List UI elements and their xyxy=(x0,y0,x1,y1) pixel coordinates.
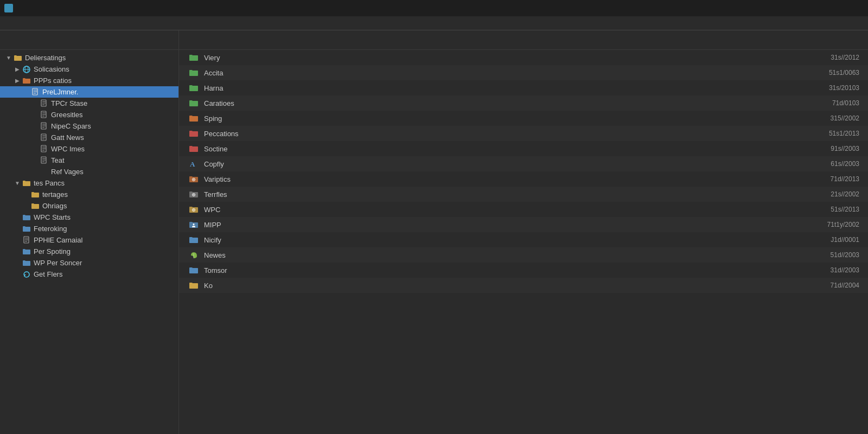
tree-item-label: tes Pancs xyxy=(34,179,65,187)
file-row[interactable]: Tomsor31d//2003 xyxy=(179,263,868,278)
sidebar-item[interactable]: ▼Deliersatings xyxy=(0,52,178,63)
sidebar-item[interactable]: PPHlE Carnaial xyxy=(0,234,178,246)
sidebar-content[interactable]: ▼Deliersatings▶Solicasions▶PPPs catiosPr… xyxy=(0,50,178,434)
file-icon xyxy=(188,235,200,245)
file-icon: A xyxy=(188,159,200,169)
file-row[interactable]: Newes51d//2003 xyxy=(179,247,868,263)
file-icon xyxy=(188,265,200,275)
file-name: Accita xyxy=(204,69,794,77)
file-name: Variptics xyxy=(204,175,794,183)
file-icon xyxy=(188,83,200,93)
file-name: Tomsor xyxy=(204,266,794,275)
menu-help[interactable] xyxy=(78,22,87,24)
tree-item-icon xyxy=(22,214,31,221)
sidebar-item[interactable]: Feteroking xyxy=(0,223,178,234)
tree-item-label: Feteroking xyxy=(34,225,67,233)
file-row[interactable]: WPC51s//2013 xyxy=(179,202,868,217)
maximize-button[interactable] xyxy=(830,3,846,14)
file-row[interactable]: Ko71d//2004 xyxy=(179,278,868,293)
sidebar-item[interactable]: WPC Imes xyxy=(0,143,178,155)
svg-point-39 xyxy=(193,194,194,195)
menu-caitromling[interactable] xyxy=(56,22,65,24)
file-name: Newes xyxy=(204,251,794,259)
tree-item-icon xyxy=(22,259,31,267)
close-button[interactable] xyxy=(847,3,864,14)
tree-item-label: Get Flers xyxy=(34,270,62,278)
file-row[interactable]: Harna31s/20103 xyxy=(179,80,868,95)
tree-item-icon xyxy=(39,100,49,107)
sidebar-item[interactable]: Ohriags xyxy=(0,200,178,212)
sidebar-item[interactable]: tertages xyxy=(0,189,178,200)
sidebar-item[interactable]: Gatt News xyxy=(0,132,178,143)
tree-item-label: PPHlE Carnaial xyxy=(34,236,82,244)
tree-item-label: WPC Imes xyxy=(51,145,85,153)
menu-typ[interactable] xyxy=(24,22,33,24)
file-row[interactable]: MIPP71t1y/2002 xyxy=(179,217,868,232)
tree-item-label: NipeC Spars xyxy=(51,122,91,130)
sidebar-item[interactable]: ▶PPPs catios xyxy=(0,75,178,86)
tree-item-label: Solicasions xyxy=(34,65,69,73)
tree-item-icon xyxy=(22,180,31,187)
sidebar-item[interactable]: ▶Solicasions xyxy=(0,63,178,75)
svg-point-42 xyxy=(193,224,195,225)
sidebar-item[interactable]: PreLJmner. xyxy=(0,86,178,98)
tree-item-icon xyxy=(22,66,31,73)
minimize-button[interactable] xyxy=(813,3,829,14)
file-row[interactable]: Variptics71d//2013 xyxy=(179,171,868,187)
tree-item-icon xyxy=(22,248,31,256)
file-date: 31s//2012 xyxy=(794,54,859,61)
sidebar-item[interactable]: ▼tes Pancs xyxy=(0,177,178,189)
menu-meg[interactable] xyxy=(67,22,76,24)
file-date: 91s//2003 xyxy=(794,145,859,152)
sidebar-item[interactable]: NipeC Spars xyxy=(0,120,178,132)
file-row[interactable]: ACopfly61s//2003 xyxy=(179,156,868,171)
file-row[interactable]: Accita51s1/0063 xyxy=(179,65,868,80)
file-name: Terrfles xyxy=(204,190,794,199)
sidebar-item[interactable]: Per Spoting xyxy=(0,246,178,257)
file-row[interactable]: Viery31s//2012 xyxy=(179,50,868,65)
title-bar xyxy=(0,0,868,16)
menu-sclcats[interactable] xyxy=(35,22,43,24)
sidebar-item[interactable]: Get Flers xyxy=(0,269,178,280)
file-date: 71d//2004 xyxy=(794,282,859,289)
file-icon xyxy=(188,144,200,154)
sidebar-item[interactable]: Teat xyxy=(0,155,178,166)
sidebar-item[interactable]: Greesitles xyxy=(0,109,178,120)
menu-ftxt[interactable] xyxy=(46,22,54,24)
file-row[interactable]: NicifyJ1d//0001 xyxy=(179,232,868,247)
file-icon xyxy=(188,250,200,260)
tree-item-label: PreLJmner. xyxy=(42,88,78,96)
file-row[interactable]: Caratioes71d/0103 xyxy=(179,95,868,111)
file-name: Ko xyxy=(204,282,794,290)
file-name: Copfly xyxy=(204,160,794,168)
sidebar-item[interactable]: Ref Vages xyxy=(0,166,178,177)
file-icon xyxy=(188,280,200,290)
file-name: Soctine xyxy=(204,145,794,153)
tree-item-icon xyxy=(39,145,49,153)
sidebar-item[interactable]: WP Per Soncer xyxy=(0,257,178,269)
tree-item-icon xyxy=(22,225,31,233)
menu-file[interactable] xyxy=(2,22,11,24)
file-row[interactable]: Peccations51s1/2013 xyxy=(179,126,868,141)
file-row[interactable]: Soctine91s//2003 xyxy=(179,141,868,156)
file-row[interactable]: Sping315//2002 xyxy=(179,111,868,126)
file-date: 71t1y/2002 xyxy=(794,221,859,228)
tree-item-label: PPPs catios xyxy=(34,76,72,85)
sidebar-item[interactable]: TPCr Stase xyxy=(0,98,178,109)
tree-item-label: Ref Vages xyxy=(51,168,84,176)
window-controls xyxy=(813,3,864,14)
tree-item-icon xyxy=(39,123,49,130)
tree-arrow: ▼ xyxy=(4,55,13,61)
tree-item-label: Per Spoting xyxy=(34,247,71,256)
tree-item-label: Deliersatings xyxy=(25,54,66,62)
file-row[interactable]: Terrfles21s//2002 xyxy=(179,187,868,202)
file-date: 61s//2003 xyxy=(794,160,859,168)
content-panel[interactable]: Viery31s//2012Accita51s1/0063Harna31s/20… xyxy=(179,50,868,434)
file-name: Sping xyxy=(204,114,794,123)
sidebar-item[interactable]: WPC Starts xyxy=(0,212,178,223)
file-icon xyxy=(188,68,200,78)
file-icon xyxy=(188,53,200,62)
svg-text:A: A xyxy=(190,160,195,168)
menu-fillp[interactable] xyxy=(13,22,22,24)
tree-item-icon xyxy=(22,77,31,85)
